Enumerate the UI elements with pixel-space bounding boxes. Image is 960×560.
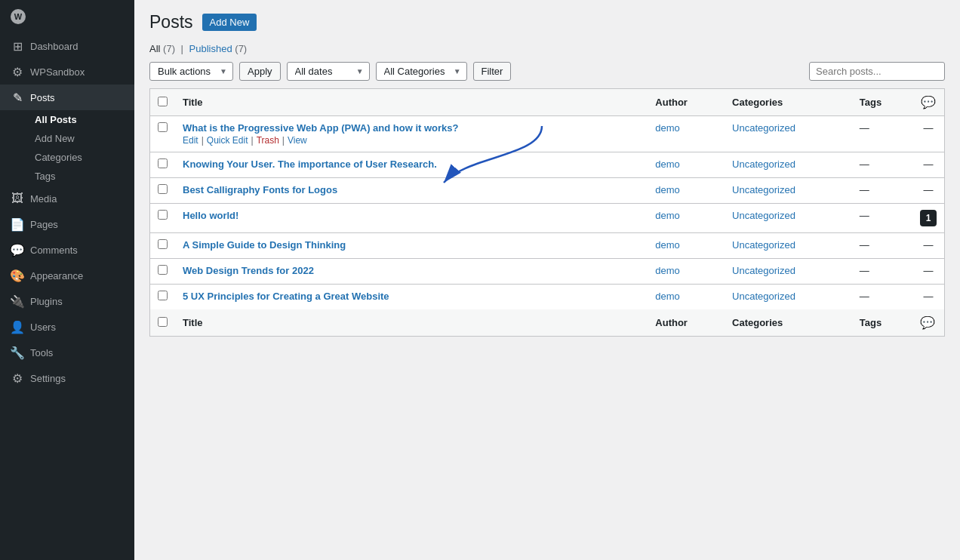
- posts-icon: ✎: [11, 91, 24, 104]
- dashboard-icon: ⊞: [11, 39, 24, 53]
- comment-dash: —: [924, 122, 934, 134]
- sidebar-item-users[interactable]: 👤 Users: [0, 314, 134, 340]
- category-link[interactable]: Uncategorized: [732, 122, 795, 134]
- posts-table-wrapper: Title Author Categories Tags 💬: [149, 88, 945, 337]
- sidebar-item-label: Pages: [30, 219, 58, 230]
- sidebar-item-label: Posts: [30, 92, 55, 103]
- bulk-actions-select[interactable]: Bulk actions: [149, 62, 233, 81]
- th-checkbox: [150, 89, 176, 116]
- author-link[interactable]: demo: [655, 239, 680, 251]
- author-link[interactable]: demo: [655, 291, 680, 302]
- row-actions: Edit | Quick Edit | Trash | View: [183, 135, 640, 146]
- sidebar-item-appearance[interactable]: 🎨 Appearance: [0, 263, 134, 288]
- row-checkbox-cell: [150, 116, 176, 152]
- row-checkbox[interactable]: [158, 210, 168, 220]
- th-tags: Tags: [852, 89, 912, 116]
- categories-select[interactable]: All Categories: [376, 62, 467, 81]
- row-tags-cell: —: [852, 178, 912, 204]
- sidebar-item-posts[interactable]: ✎ Posts: [0, 85, 134, 110]
- tags-value: —: [860, 158, 869, 170]
- post-title-link[interactable]: Hello world!: [183, 210, 640, 221]
- post-title-link[interactable]: What is the Progressive Web App (PWA) an…: [183, 122, 640, 134]
- category-link[interactable]: Uncategorized: [732, 158, 795, 170]
- sidebar-item-label: Comments: [30, 245, 78, 256]
- apply-button[interactable]: Apply: [239, 62, 281, 81]
- row-title-cell: What is the Progressive Web App (PWA) an…: [175, 116, 648, 152]
- categories-wrapper: All Categories ▼: [376, 62, 467, 81]
- category-link[interactable]: Uncategorized: [732, 265, 795, 276]
- comment-count-badge[interactable]: 1: [920, 210, 937, 226]
- add-new-button[interactable]: Add New: [202, 14, 257, 31]
- search-input[interactable]: [809, 62, 945, 81]
- row-checkbox-cell: [150, 285, 176, 310]
- sidebar-item-all-posts[interactable]: All Posts: [27, 110, 134, 129]
- row-checkbox[interactable]: [158, 291, 168, 300]
- sidebar-item-label: Settings: [30, 373, 66, 384]
- filter-button[interactable]: Filter: [473, 62, 512, 81]
- row-comments-cell: —: [912, 285, 945, 310]
- select-all-footer-checkbox[interactable]: [158, 317, 168, 327]
- author-link[interactable]: demo: [655, 265, 680, 276]
- table-row: 5 UX Principles for Creating a Great Web…: [150, 285, 945, 310]
- posts-table-body: What is the Progressive Web App (PWA) an…: [150, 116, 945, 310]
- users-icon: 👤: [11, 320, 24, 334]
- row-checkbox[interactable]: [158, 265, 168, 275]
- post-title-link[interactable]: Best Calligraphy Fonts for Logos: [183, 184, 640, 195]
- row-checkbox[interactable]: [158, 184, 168, 194]
- author-link[interactable]: demo: [655, 210, 680, 221]
- tf-comments: 💬: [912, 309, 945, 337]
- row-checkbox-cell: [150, 204, 176, 233]
- site-logo[interactable]: W: [0, 0, 134, 33]
- sidebar-item-add-new[interactable]: Add New: [27, 129, 134, 148]
- row-tags-cell: —: [852, 233, 912, 259]
- sidebar-item-tools[interactable]: 🔧 Tools: [0, 340, 134, 365]
- sidebar-item-tags[interactable]: Tags: [27, 167, 134, 186]
- row-checkbox[interactable]: [158, 158, 168, 168]
- sidebar-item-plugins[interactable]: 🔌 Plugins: [0, 288, 134, 314]
- toolbar: Bulk actions ▼ Apply All dates ▼ All Cat…: [149, 62, 945, 81]
- author-link[interactable]: demo: [655, 122, 680, 134]
- trash-link[interactable]: Trash: [257, 135, 279, 146]
- edit-link[interactable]: Edit: [183, 135, 198, 146]
- category-link[interactable]: Uncategorized: [732, 184, 795, 195]
- author-link[interactable]: demo: [655, 184, 680, 195]
- row-checkbox[interactable]: [158, 122, 168, 132]
- table-row: Hello world!demoUncategorized—1: [150, 204, 945, 233]
- published-count-val: (7): [235, 43, 247, 54]
- sidebar-item-comments[interactable]: 💬 Comments: [0, 237, 134, 263]
- sidebar-item-categories[interactable]: Categories: [27, 148, 134, 167]
- row-comments-cell: —: [912, 178, 945, 204]
- sidebar-item-settings[interactable]: ⚙ Settings: [0, 365, 134, 391]
- author-link[interactable]: demo: [655, 158, 680, 170]
- post-title-link[interactable]: Knowing Your User. The importance of Use…: [183, 158, 640, 170]
- tags-value: —: [860, 122, 869, 134]
- sidebar-item-label: Users: [30, 322, 56, 333]
- row-category-cell: Uncategorized: [725, 285, 852, 310]
- post-title-link[interactable]: A Simple Guide to Design Thinking: [183, 239, 640, 251]
- th-author: Author: [648, 89, 725, 116]
- category-link[interactable]: Uncategorized: [732, 239, 795, 251]
- filter-published[interactable]: Published: [189, 43, 232, 54]
- post-title-link[interactable]: Web Design Trends for 2022: [183, 265, 640, 276]
- sidebar-item-label: Dashboard: [30, 41, 78, 52]
- row-checkbox[interactable]: [158, 239, 168, 249]
- select-all-checkbox[interactable]: [158, 97, 168, 106]
- sidebar-item-media[interactable]: 🖼 Media: [0, 186, 134, 211]
- sidebar-item-wpsandbox[interactable]: ⚙ WPSandbox: [0, 59, 134, 85]
- row-category-cell: Uncategorized: [725, 152, 852, 178]
- tags-value: —: [860, 210, 869, 221]
- quick-edit-link[interactable]: Quick Edit: [207, 135, 248, 146]
- sidebar-item-dashboard[interactable]: ⊞ Dashboard: [0, 33, 134, 59]
- view-link[interactable]: View: [288, 135, 307, 146]
- table-row: A Simple Guide to Design ThinkingdemoUnc…: [150, 233, 945, 259]
- category-link[interactable]: Uncategorized: [732, 210, 795, 221]
- dates-select[interactable]: All dates: [287, 62, 370, 81]
- row-title-cell: A Simple Guide to Design Thinking: [175, 233, 648, 259]
- category-link[interactable]: Uncategorized: [732, 291, 795, 302]
- row-category-cell: Uncategorized: [725, 178, 852, 204]
- sidebar-item-pages[interactable]: 📄 Pages: [0, 211, 134, 237]
- post-title-link[interactable]: 5 UX Principles for Creating a Great Web…: [183, 291, 640, 302]
- row-checkbox-cell: [150, 233, 176, 259]
- filter-all[interactable]: All: [149, 43, 160, 54]
- plugins-icon: 🔌: [11, 294, 24, 308]
